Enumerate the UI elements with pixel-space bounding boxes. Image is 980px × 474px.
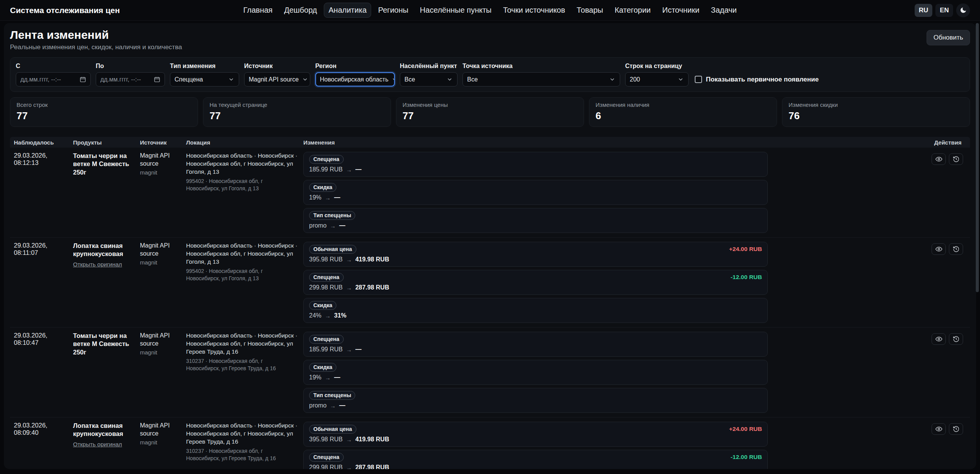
- main-panel: Лента изменений Реальные изменения цен, …: [4, 23, 976, 469]
- stat-value: 77: [210, 110, 384, 122]
- filter-per-page: Строк на страницу 200: [625, 63, 689, 86]
- change-type-select[interactable]: Спеццена: [170, 72, 239, 86]
- history-row-button[interactable]: [949, 333, 963, 345]
- date-from-input[interactable]: дд.мм.гггг, --:--: [16, 72, 91, 86]
- new-value: —: [339, 402, 345, 409]
- nav-item[interactable]: Аналитика: [324, 3, 371, 18]
- change-chip: Тип спеццены promo → —: [303, 208, 768, 233]
- source-point-select[interactable]: Все: [463, 72, 620, 86]
- settlement-select[interactable]: Все: [400, 72, 458, 86]
- scrollbar-thumb[interactable]: [976, 23, 979, 292]
- region-select[interactable]: Новосибирская область: [315, 72, 395, 86]
- history-row-button[interactable]: [949, 243, 963, 255]
- location-cell: Новосибирская область · Новосибирск · Но…: [186, 332, 303, 372]
- stat-card: На текущей странице 77: [203, 97, 391, 127]
- new-value: 287.98 RUB: [355, 284, 389, 291]
- theme-toggle-button[interactable]: [956, 3, 970, 17]
- per-page-select[interactable]: 200: [625, 72, 689, 86]
- nav-item[interactable]: Точки источников: [498, 3, 569, 18]
- open-original-link[interactable]: Открыть оригинал: [73, 441, 122, 447]
- page-subtitle: Реальные изменения цен, скидок, наличия …: [10, 43, 182, 51]
- arrow-right-icon: →: [346, 284, 352, 291]
- stat-card: Изменения наличия 6: [589, 97, 777, 127]
- stat-value: 76: [789, 110, 963, 122]
- lang-ru-button[interactable]: RU: [915, 4, 933, 17]
- eye-icon: [935, 336, 942, 343]
- show-first-appearance-checkbox[interactable]: [695, 76, 702, 83]
- per-page-value: 200: [630, 76, 640, 83]
- nav-item[interactable]: Населённые пункты: [415, 3, 496, 18]
- new-value: —: [334, 194, 340, 201]
- source-select[interactable]: Magnit API source: [244, 72, 310, 86]
- source-code: magnit: [140, 169, 181, 176]
- source-cell: Magnit API source magnit: [140, 422, 186, 446]
- filter-per-page-label: Строк на страницу: [625, 63, 689, 70]
- old-value: 299.98 RUB: [309, 464, 343, 469]
- change-type-badge: Спеццена: [309, 155, 344, 164]
- filter-source-label: Источник: [244, 63, 310, 70]
- view-row-button[interactable]: [932, 153, 946, 165]
- old-value: 24%: [309, 312, 321, 319]
- stats-row: Всего строк 77 На текущей странице 77 Из…: [10, 97, 970, 127]
- chevron-down-icon: [391, 76, 395, 83]
- nav-item[interactable]: Регионы: [374, 3, 413, 18]
- stat-label: Изменения цены: [403, 101, 577, 108]
- table-header-row: Наблюдалось Продукты Источник Локация Из…: [10, 137, 970, 148]
- change-values: 395.98 RUB → 419.98 RUB: [309, 256, 762, 263]
- stat-card: Изменения цены 77: [396, 97, 584, 127]
- view-row-button[interactable]: [932, 423, 946, 435]
- show-first-appearance-toggle[interactable]: Показывать первичное появление: [695, 72, 819, 86]
- location-sub: 995402 · Новосибирская обл, г Новосибирс…: [186, 178, 298, 192]
- filter-to: По дд.мм.гггг, --:--: [96, 63, 165, 86]
- nav-item[interactable]: Источники: [658, 3, 704, 18]
- app-title: Система отслеживания цен: [10, 6, 120, 15]
- filter-to-label: По: [96, 63, 165, 70]
- change-chip: Спеццена 185.99 RUB → —: [303, 152, 768, 177]
- open-original-link[interactable]: Открыть оригинал: [73, 261, 122, 268]
- history-row-button[interactable]: [949, 423, 963, 435]
- topbar-right: RU EN: [915, 3, 970, 17]
- scrollbar[interactable]: [975, 0, 979, 474]
- col-observed: Наблюдалось: [14, 139, 73, 146]
- table-body: 29.03.2026, 08:12:13 Томаты черри на вет…: [10, 148, 970, 469]
- nav-item[interactable]: Главная: [239, 3, 277, 18]
- filters-bar: С дд.мм.гггг, --:-- По дд.мм.гггг, --:--…: [10, 57, 970, 92]
- arrow-right-icon: →: [346, 464, 352, 469]
- change-chip: Тип спеццены promo → —: [303, 388, 768, 413]
- observed-cell: 29.03.2026, 08:11:07: [14, 242, 73, 256]
- stat-label: Изменения наличия: [596, 101, 770, 108]
- nav-item[interactable]: Задачи: [706, 3, 741, 18]
- view-row-button[interactable]: [932, 243, 946, 255]
- date-to-input[interactable]: дд.мм.гггг, --:--: [96, 72, 165, 86]
- nav-item[interactable]: Товары: [572, 3, 608, 18]
- change-type-badge: Обычная цена: [309, 425, 356, 434]
- source-code: magnit: [140, 349, 181, 356]
- moon-icon: [960, 7, 967, 14]
- change-chip: Спеццена -12.00 RUB 299.98 RUB → 287.98 …: [303, 270, 768, 295]
- page-title: Лента изменений: [10, 28, 182, 42]
- nav-item[interactable]: Категории: [610, 3, 656, 18]
- filter-region-label: Регион: [315, 63, 395, 70]
- chevron-down-icon: [609, 76, 616, 83]
- col-location: Локация: [186, 139, 303, 146]
- eye-icon: [935, 246, 942, 253]
- refresh-button[interactable]: Обновить: [927, 30, 970, 45]
- nav-item[interactable]: Дешборд: [280, 3, 322, 18]
- arrow-right-icon: →: [325, 374, 331, 381]
- chevron-down-icon: [228, 76, 235, 83]
- old-value: 19%: [309, 374, 321, 381]
- filter-from-label: С: [16, 63, 91, 70]
- arrow-right-icon: →: [325, 313, 331, 319]
- view-row-button[interactable]: [932, 333, 946, 345]
- stat-label: На текущей странице: [210, 101, 384, 108]
- lang-en-button[interactable]: EN: [935, 4, 953, 17]
- filter-region: Регион Новосибирская область: [315, 63, 395, 86]
- history-icon: [953, 246, 960, 253]
- product-cell: Лопатка свиная крупнокусковая Открыть ор…: [73, 422, 140, 448]
- history-row-button[interactable]: [949, 153, 963, 165]
- source-name: Magnit API source: [140, 152, 181, 168]
- source-point-value: Все: [467, 76, 478, 83]
- delta-value: -12.00 RUB: [730, 274, 762, 281]
- arrow-right-icon: →: [330, 223, 336, 229]
- changes-cell: Спеццена 185.99 RUB → — Скидка: [303, 152, 773, 233]
